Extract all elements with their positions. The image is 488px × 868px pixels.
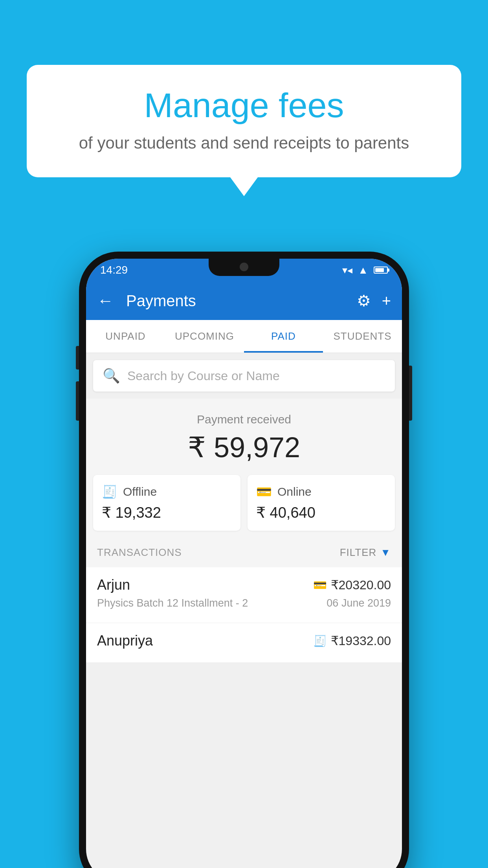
transaction-type-icon: 💳 (313, 579, 327, 592)
online-icon: 💳 (256, 484, 272, 499)
payment-cards: 🧾 Offline ₹ 19,332 💳 Online ₹ 40,640 (86, 475, 402, 538)
offline-card-type: 🧾 Offline (102, 484, 232, 499)
transaction-name: Arjun (97, 577, 130, 593)
status-icons: ▾◂ ▲ (342, 264, 388, 276)
transaction-amount: 🧾 ₹19332.00 (313, 633, 391, 648)
filter-button[interactable]: FILTER ▼ (340, 546, 391, 559)
phone-screen: 14:29 ▾◂ ▲ ← Payments ⚙ + (86, 259, 402, 868)
volume-up-button (76, 346, 79, 370)
transaction-row-top: Arjun 💳 ₹20320.00 (97, 577, 391, 593)
tab-students[interactable]: STUDENTS (323, 320, 402, 353)
bubble-title: Manage fees (50, 86, 438, 125)
power-button (409, 366, 412, 421)
phone-notch (209, 259, 279, 276)
transaction-name: Anupriya (97, 633, 153, 649)
filter-label: FILTER (340, 546, 377, 559)
signal-icon: ▲ (358, 264, 368, 276)
tab-paid[interactable]: PAID (244, 320, 323, 353)
transaction-row-top: Anupriya 🧾 ₹19332.00 (97, 633, 391, 649)
search-icon: 🔍 (103, 368, 120, 384)
transaction-detail: Physics Batch 12 Installment - 2 (97, 597, 248, 609)
transactions-header: TRANSACTIONS FILTER ▼ (86, 538, 402, 567)
transaction-type-icon: 🧾 (313, 634, 327, 647)
phone-frame: 14:29 ▾◂ ▲ ← Payments ⚙ + (79, 252, 409, 868)
phone-mockup: 14:29 ▾◂ ▲ ← Payments ⚙ + (79, 252, 409, 868)
online-amount: ₹ 40,640 (256, 504, 386, 521)
battery-icon (374, 267, 388, 274)
battery-fill (375, 268, 384, 272)
offline-card: 🧾 Offline ₹ 19,332 (93, 475, 240, 531)
offline-icon: 🧾 (102, 484, 117, 499)
status-time: 14:29 (100, 264, 128, 276)
online-card: 💳 Online ₹ 40,640 (248, 475, 395, 531)
volume-down-button (76, 381, 79, 421)
online-card-type: 💳 Online (256, 484, 386, 499)
payment-summary: Payment received ₹ 59,972 (86, 399, 402, 475)
search-bar[interactable]: 🔍 Search by Course or Name (93, 360, 395, 392)
search-placeholder: Search by Course or Name (127, 369, 280, 383)
tab-unpaid[interactable]: UNPAID (86, 320, 165, 353)
wifi-icon: ▾◂ (342, 264, 352, 276)
bubble-subtitle: of your students and send receipts to pa… (50, 132, 438, 154)
payment-amount: ₹ 59,972 (86, 431, 402, 464)
app-bar-actions: ⚙ + (357, 292, 391, 310)
app-bar: ← Payments ⚙ + (86, 281, 402, 320)
add-button[interactable]: + (382, 292, 391, 310)
transactions-label: TRANSACTIONS (97, 546, 182, 559)
transaction-row-bottom: Physics Batch 12 Installment - 2 06 June… (97, 597, 391, 609)
speech-bubble: Manage fees of your students and send re… (27, 65, 461, 177)
app-bar-title: Payments (126, 292, 347, 310)
tab-upcoming[interactable]: UPCOMING (165, 320, 244, 353)
back-button[interactable]: ← (97, 291, 114, 310)
transaction-item[interactable]: Arjun 💳 ₹20320.00 Physics Batch 12 Insta… (86, 567, 402, 623)
settings-button[interactable]: ⚙ (357, 292, 371, 310)
transaction-amount: 💳 ₹20320.00 (313, 577, 391, 592)
filter-icon: ▼ (380, 546, 391, 559)
offline-label: Offline (123, 485, 157, 498)
payment-received-label: Payment received (86, 413, 402, 426)
online-label: Online (277, 485, 312, 498)
transaction-item[interactable]: Anupriya 🧾 ₹19332.00 (86, 623, 402, 663)
offline-amount: ₹ 19,332 (102, 504, 232, 521)
tab-bar: UNPAID UPCOMING PAID STUDENTS (86, 320, 402, 353)
transaction-date: 06 June 2019 (327, 597, 391, 609)
